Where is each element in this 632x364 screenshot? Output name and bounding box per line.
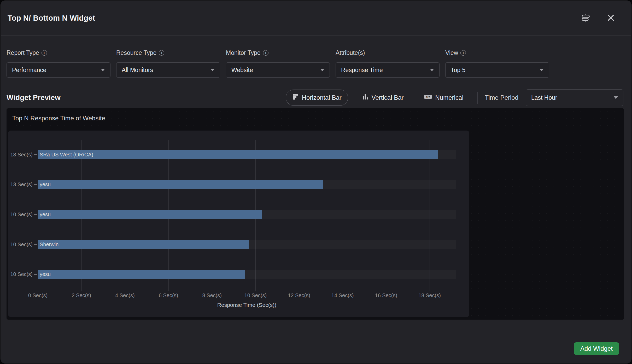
preview-heading: Widget Preview xyxy=(7,93,61,102)
y-axis-value-label: 10 Sec(s) xyxy=(8,242,33,248)
time-period-select[interactable]: Last Hour xyxy=(526,89,623,106)
info-icon[interactable]: i xyxy=(263,50,268,56)
filter-report-type: Report Type i Performance xyxy=(7,49,110,78)
chevron-down-icon xyxy=(540,69,544,71)
bar[interactable]: Sherwin xyxy=(38,240,249,249)
x-axis-labels: 0 Sec(s)2 Sec(s)4 Sec(s)6 Sec(s)8 Sec(s)… xyxy=(38,289,456,298)
attributes-select[interactable]: Response Time xyxy=(336,62,440,78)
chart-rows: 18 Sec(s)SRa US West (OR/CA)13 Sec(s)yes… xyxy=(8,140,469,289)
bar-track: Sherwin xyxy=(38,240,456,249)
bar[interactable]: yesu xyxy=(38,210,262,219)
x-tick-label: 16 Sec(s) xyxy=(375,292,397,298)
chevron-down-icon xyxy=(101,69,105,71)
bar-category-label: yesu xyxy=(38,181,51,187)
info-icon[interactable]: i xyxy=(460,50,466,56)
chevron-down-icon xyxy=(320,69,324,71)
info-icon[interactable]: i xyxy=(42,50,47,56)
x-tick-label: 18 Sec(s) xyxy=(418,292,441,298)
bar-row: 10 Sec(s)Sherwin xyxy=(8,230,469,260)
x-tick-label: 6 Sec(s) xyxy=(159,292,178,298)
add-widget-button[interactable]: Add Widget xyxy=(574,342,619,355)
close-icon xyxy=(607,14,615,22)
selected-value: Response Time xyxy=(341,67,383,74)
bar-track: yesu xyxy=(38,180,456,189)
bar[interactable]: yesu xyxy=(38,270,245,279)
info-icon[interactable]: i xyxy=(159,50,164,56)
horizontal-bar-icon xyxy=(292,93,299,102)
footer-divider xyxy=(1,331,631,331)
chart-type-label: Horizontal Bar xyxy=(302,94,342,101)
bar-row: 13 Sec(s)yesu xyxy=(8,170,469,200)
chart-type-vertical-bar[interactable]: Vertical Bar xyxy=(355,90,410,106)
preview-controls: Horizontal Bar Vertical Bar xyxy=(286,89,623,106)
align-panels-icon xyxy=(581,13,590,23)
widget-preview-panel: Top N Response Time of Website 18 Sec(s)… xyxy=(7,108,624,320)
monitor-type-select[interactable]: Website xyxy=(226,62,330,78)
filter-monitor-type: Monitor Type i Website xyxy=(226,49,330,78)
preview-header-row: Widget Preview Horizontal Bar xyxy=(7,89,623,107)
dialog-header: Top N/ Bottom N Widget xyxy=(1,1,631,36)
y-axis-tick xyxy=(34,214,37,215)
numerical-123-icon: 123 xyxy=(424,94,432,101)
bar-category-label: SRa US West (OR/CA) xyxy=(38,152,93,158)
vertical-divider xyxy=(477,92,478,104)
chart-title: Top N Response Time of Website xyxy=(12,115,105,122)
y-axis-value-label: 18 Sec(s) xyxy=(8,152,33,158)
bar-category-label: yesu xyxy=(38,212,51,218)
selected-value: All Monitors xyxy=(122,67,153,74)
selected-value: Top 5 xyxy=(451,67,465,74)
y-axis-tick xyxy=(34,244,37,245)
y-axis-tick xyxy=(34,154,37,155)
selected-value: Performance xyxy=(12,67,46,74)
filter-label: Monitor Type xyxy=(226,49,261,56)
x-tick-label: 0 Sec(s) xyxy=(28,292,48,298)
bar[interactable]: SRa US West (OR/CA) xyxy=(38,150,438,159)
y-axis-tick xyxy=(34,274,37,275)
x-tick-label: 12 Sec(s) xyxy=(288,292,310,298)
filter-label: Report Type xyxy=(7,49,39,56)
bar-track: SRa US West (OR/CA) xyxy=(38,150,456,159)
chart-card: 18 Sec(s)SRa US West (OR/CA)13 Sec(s)yes… xyxy=(8,131,469,317)
filter-attributes: Attribute(s) Response Time xyxy=(336,49,440,78)
x-axis-title: Response Time (Sec(s)) xyxy=(38,302,456,308)
filters-row: Report Type i Performance Resource Type … xyxy=(7,49,549,78)
bar-row: 18 Sec(s)SRa US West (OR/CA) xyxy=(8,140,469,170)
bar-row: 10 Sec(s)yesu xyxy=(8,259,469,289)
chart-plot-area: 18 Sec(s)SRa US West (OR/CA)13 Sec(s)yes… xyxy=(8,140,469,289)
bar-track: yesu xyxy=(38,210,456,219)
x-tick-label: 4 Sec(s) xyxy=(115,292,134,298)
svg-text:123: 123 xyxy=(426,96,430,98)
bar[interactable]: yesu xyxy=(38,180,323,189)
filter-label: View xyxy=(445,49,458,56)
chart-type-horizontal-bar[interactable]: Horizontal Bar xyxy=(286,90,348,106)
bar-category-label: yesu xyxy=(38,271,51,277)
time-period-label: Time Period xyxy=(485,94,518,101)
chevron-down-icon xyxy=(614,96,618,99)
x-tick-label: 2 Sec(s) xyxy=(72,292,91,298)
resource-type-select[interactable]: All Monitors xyxy=(116,62,220,78)
bar-track: yesu xyxy=(38,270,456,279)
chart-type-numerical[interactable]: 123 Numerical xyxy=(417,90,470,106)
report-type-select[interactable]: Performance xyxy=(7,62,110,78)
y-axis-value-label: 10 Sec(s) xyxy=(8,212,33,218)
y-axis-value-label: 13 Sec(s) xyxy=(8,181,33,187)
y-axis-value-label: 10 Sec(s) xyxy=(8,271,33,277)
selected-value: Last Hour xyxy=(531,94,557,101)
x-tick-label: 14 Sec(s) xyxy=(331,292,354,298)
view-select[interactable]: Top 5 xyxy=(445,62,549,78)
filter-label: Resource Type xyxy=(116,49,156,56)
x-tick-label: 10 Sec(s) xyxy=(244,292,267,298)
filter-view: View i Top 5 xyxy=(445,49,549,78)
chart-type-label: Numerical xyxy=(435,94,463,101)
close-button[interactable] xyxy=(606,13,616,24)
selected-value: Website xyxy=(231,67,253,74)
chart-type-label: Vertical Bar xyxy=(372,94,404,101)
y-axis-tick xyxy=(34,184,37,185)
top-n-bottom-n-dialog: Top N/ Bottom N Widget xyxy=(1,1,631,363)
chevron-down-icon xyxy=(430,69,434,71)
pin-to-dashboard-button[interactable] xyxy=(581,13,591,24)
bar-row: 10 Sec(s)yesu xyxy=(8,199,469,230)
page-background: Top N/ Bottom N Widget xyxy=(0,0,632,364)
filter-resource-type: Resource Type i All Monitors xyxy=(116,49,220,78)
chevron-down-icon xyxy=(210,69,215,71)
